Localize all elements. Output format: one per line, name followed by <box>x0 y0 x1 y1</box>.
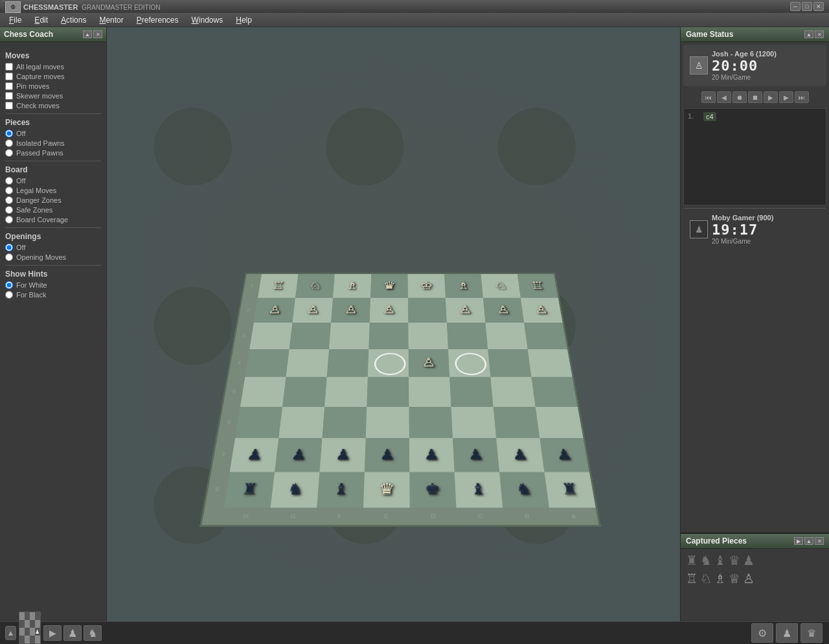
pieces-isolated-radio[interactable] <box>5 139 13 147</box>
board-cell[interactable]: ♙ <box>483 297 523 322</box>
menu-actions[interactable]: Actions <box>54 14 93 26</box>
openings-moves-radio[interactable] <box>5 253 13 261</box>
game-status-close[interactable]: ✕ <box>815 30 824 38</box>
board-cell[interactable]: ♜ <box>223 472 274 507</box>
board-cell[interactable]: ♙ <box>253 297 295 322</box>
coach-minimize[interactable]: ▲ <box>83 30 92 38</box>
board-cell[interactable] <box>235 406 282 438</box>
board-cell[interactable]: ♝ <box>454 472 503 507</box>
board-cell[interactable] <box>407 297 446 322</box>
settings-icon-button[interactable]: ⚙ <box>751 623 773 643</box>
board-cell[interactable]: ♗ <box>444 274 483 297</box>
board-cell[interactable]: ♙ <box>445 297 485 322</box>
menu-help[interactable]: Help <box>229 14 258 26</box>
board-cell[interactable] <box>326 349 369 377</box>
board-cell[interactable] <box>531 377 577 407</box>
board-cell[interactable]: ♚ <box>409 472 456 507</box>
moves-pin[interactable]: Pin moves <box>5 82 101 90</box>
board-cell[interactable] <box>485 323 527 349</box>
hints-white[interactable]: For White <box>5 281 101 289</box>
board-cell[interactable] <box>289 323 330 349</box>
board-cell[interactable] <box>322 406 367 438</box>
board-cell[interactable] <box>282 377 327 407</box>
pieces-off[interactable]: Off <box>5 130 101 137</box>
menu-preferences[interactable]: Preferences <box>130 14 185 26</box>
board-cell[interactable]: ♘ <box>295 274 335 297</box>
skewer-checkbox[interactable] <box>5 92 13 100</box>
board-cell[interactable] <box>367 377 409 407</box>
menu-windows[interactable]: Windows <box>185 14 230 26</box>
board-off-radio[interactable] <box>5 177 13 185</box>
pieces-isolated[interactable]: Isolated Pawns <box>5 139 101 147</box>
move-white-1[interactable]: c4 <box>703 112 716 121</box>
piece-button-1[interactable]: ♟ <box>63 625 82 641</box>
board-safe-radio[interactable] <box>5 206 13 214</box>
board-cell[interactable]: ♞ <box>499 472 549 507</box>
nav-prev[interactable]: ◀ <box>717 91 731 103</box>
board-cell[interactable]: ♙ <box>292 297 333 322</box>
nav-last[interactable]: ⏭ <box>795 91 809 103</box>
openings-moves[interactable]: Opening Moves <box>5 253 101 261</box>
openings-off-radio[interactable] <box>5 244 13 251</box>
board-cell[interactable]: ♙ <box>369 297 408 322</box>
openings-off[interactable]: Off <box>5 244 101 251</box>
menu-edit[interactable]: Edit <box>28 14 54 26</box>
moves-all-legal[interactable]: All legal moves <box>5 63 101 71</box>
up-arrow-button[interactable]: ▲ <box>5 626 16 640</box>
capture-checkbox[interactable] <box>5 73 13 80</box>
board-cell[interactable] <box>488 349 531 377</box>
piece-button-2[interactable]: ♞ <box>84 625 102 641</box>
board-cell[interactable]: ♝ <box>317 472 365 507</box>
board-cell[interactable] <box>490 377 535 407</box>
board-cell[interactable] <box>524 323 567 349</box>
board-coverage-radio[interactable] <box>5 216 13 224</box>
board-cell[interactable] <box>449 377 493 407</box>
board-safe[interactable]: Safe Zones <box>5 206 101 214</box>
nav-stop[interactable]: ⏹ <box>748 91 762 103</box>
captured-close[interactable]: ✕ <box>815 537 824 545</box>
pieces-off-radio[interactable] <box>5 130 13 137</box>
board-coverage[interactable]: Board Coverage <box>5 216 101 224</box>
board-cell[interactable]: ♟ <box>275 438 322 472</box>
minimize-button[interactable]: ─ <box>790 2 801 11</box>
board-cell[interactable] <box>446 323 487 349</box>
move-history[interactable]: 1. c4 <box>683 108 826 205</box>
board-cell[interactable]: ♟ <box>364 438 409 472</box>
board-legal[interactable]: Legal Moves <box>5 187 101 194</box>
pieces-passed[interactable]: Passed Pawns <box>5 149 101 157</box>
board-cell[interactable]: ♙ <box>408 349 449 377</box>
menu-mentor[interactable]: Mentor <box>93 14 130 26</box>
board-cell[interactable]: ♜ <box>544 472 595 507</box>
menu-file[interactable]: File <box>3 14 28 26</box>
hints-white-radio[interactable] <box>5 281 13 289</box>
board-cell[interactable] <box>448 349 490 377</box>
moves-capture[interactable]: Capture moves <box>5 73 101 80</box>
board-cell[interactable]: ♟ <box>496 438 544 472</box>
board-legal-radio[interactable] <box>5 187 13 194</box>
board-cell[interactable] <box>408 377 451 407</box>
nav-first[interactable]: ⏮ <box>701 91 716 103</box>
board-cell[interactable]: ♖ <box>258 274 298 297</box>
play-button[interactable]: ▶ <box>43 625 62 641</box>
moves-check[interactable]: Check moves <box>5 102 101 109</box>
board-cell[interactable]: ♟ <box>409 438 454 472</box>
moves-skewer[interactable]: Skewer moves <box>5 92 101 100</box>
board-cell[interactable] <box>286 349 328 377</box>
pieces-icon-button[interactable]: ♟ <box>776 623 798 643</box>
pin-checkbox[interactable] <box>5 82 13 90</box>
board-cell[interactable] <box>278 406 324 438</box>
board-cell[interactable] <box>365 406 409 438</box>
board-cell[interactable] <box>451 406 496 438</box>
board-cell[interactable] <box>409 406 453 438</box>
board-cell[interactable] <box>328 323 369 349</box>
captured-arrow[interactable]: ▶ <box>794 537 803 545</box>
board-cell[interactable] <box>493 406 539 438</box>
queen-icon-button[interactable]: ♛ <box>801 623 823 643</box>
captured-minimize[interactable]: ▲ <box>804 537 813 545</box>
check-checkbox[interactable] <box>5 102 13 109</box>
board-cell[interactable]: ♙ <box>331 297 370 322</box>
board-cell[interactable] <box>535 406 583 438</box>
nav-record[interactable]: ⏺ <box>732 91 747 103</box>
board-cell[interactable]: ♛ <box>370 274 407 297</box>
board-off[interactable]: Off <box>5 177 101 185</box>
